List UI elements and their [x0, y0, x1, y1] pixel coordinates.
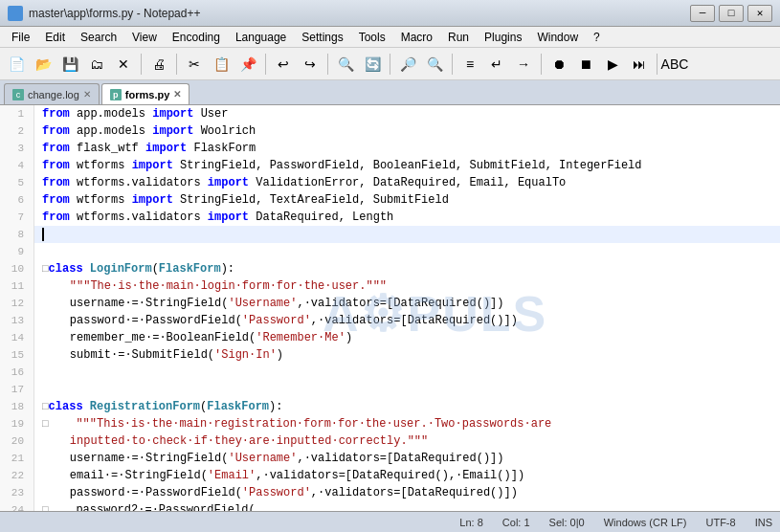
- changelog-tab-close[interactable]: ✕: [83, 89, 91, 100]
- indent-button[interactable]: →: [511, 52, 536, 77]
- code-line-5: from wtforms.validators import Validatio…: [34, 174, 780, 191]
- zoom-out-button[interactable]: 🔍: [422, 52, 447, 77]
- code-line-20: inputted·to·check·if·they·are·inputted·c…: [34, 432, 780, 450]
- menu-settings[interactable]: Settings: [294, 29, 350, 46]
- code-line-1: from app.models import User: [34, 105, 780, 122]
- undo-button[interactable]: ↩: [271, 52, 296, 77]
- changelog-tab-label: change.log: [28, 89, 79, 100]
- code-line-15: submit·=·SubmitField('Sign·In'): [34, 346, 780, 364]
- status-sel: Sel: 0|0: [549, 517, 585, 528]
- code-line-17: [34, 381, 780, 398]
- replace-button[interactable]: 🔄: [360, 52, 385, 77]
- menu-window[interactable]: Window: [529, 29, 586, 46]
- menu-bar: File Edit Search View Encoding Language …: [0, 27, 780, 48]
- changelog-tab-icon: c: [12, 89, 24, 100]
- copy-button[interactable]: 📋: [209, 52, 234, 77]
- menu-file[interactable]: File: [4, 29, 37, 46]
- code-line-16: [34, 364, 780, 381]
- code-line-22: email·=·StringField('Email',·validators=…: [34, 467, 780, 484]
- code-line-7: from wtforms.validators import DataRequi…: [34, 209, 780, 226]
- toolbar: 📄 📂 💾 🗂 ✕ 🖨 ✂ 📋 📌 ↩ ↪ 🔍 🔄 🔎 🔍 ≡ ↵ → ⏺ ⏹ …: [0, 48, 780, 80]
- code-line-23: password·=·PasswordField('Password',·val…: [34, 484, 780, 501]
- title-bar: master\app\forms.py - Notepad++ ─ □ ✕: [0, 0, 780, 27]
- menu-language[interactable]: Language: [228, 29, 294, 46]
- spellcheck-button[interactable]: ABC: [662, 52, 687, 77]
- open-button[interactable]: 📂: [31, 52, 56, 77]
- code-line-12: username·=·StringField('Username',·valid…: [34, 295, 780, 312]
- tab-changelog[interactable]: c change.log ✕: [4, 83, 100, 104]
- code-line-18: □class RegistrationForm(FlaskForm):: [34, 398, 780, 415]
- code-line-19: □ """This·is·the·main·registration·form·…: [34, 415, 780, 432]
- status-mode: INS: [755, 517, 772, 528]
- code-line-3: from flask_wtf import FlaskForm: [34, 140, 780, 157]
- code-line-4: from wtforms import StringField, Passwor…: [34, 157, 780, 174]
- status-bar: Ln: 8 Col: 1 Sel: 0|0 Windows (CR LF) UT…: [0, 511, 780, 532]
- code-line-9: [34, 243, 780, 260]
- formspy-tab-close[interactable]: ✕: [173, 89, 181, 100]
- code-content[interactable]: from app.models import User from app.mod…: [34, 105, 780, 511]
- menu-macro[interactable]: Macro: [393, 29, 440, 46]
- status-eol: Windows (CR LF): [604, 517, 687, 528]
- menu-search[interactable]: Search: [73, 29, 124, 46]
- status-ln: Ln: 8: [459, 517, 482, 528]
- menu-run[interactable]: Run: [440, 29, 477, 46]
- status-encoding: UTF-8: [705, 517, 735, 528]
- code-line-14: remember_me·=·BooleanField('Remember·Me'…: [34, 329, 780, 346]
- code-line-11: """The·is·the·main·login·form·for·the·us…: [34, 277, 780, 295]
- code-line-24: □ password2·=·PasswordField(: [34, 501, 780, 511]
- redo-button[interactable]: ↪: [298, 52, 323, 77]
- menu-edit[interactable]: Edit: [37, 29, 73, 46]
- code-line-8: [34, 226, 780, 243]
- tab-formspy[interactable]: p forms.py ✕: [101, 83, 189, 104]
- macro-record-button[interactable]: ⏺: [546, 52, 571, 77]
- status-col: Col: 1: [502, 517, 530, 528]
- save-all-button[interactable]: 🗂: [84, 52, 109, 77]
- line-numbers: 1 2 3 4 5 6 7 8 9 10 11 12 13 14 15 16 1…: [0, 105, 34, 511]
- code-line-21: username·=·StringField('Username',·valid…: [34, 450, 780, 467]
- sync-scroll-button[interactable]: ≡: [457, 52, 482, 77]
- code-area[interactable]: 1 2 3 4 5 6 7 8 9 10 11 12 13 14 15 16 1…: [0, 105, 780, 511]
- code-line-13: password·=·PasswordField('Password',·val…: [34, 312, 780, 329]
- find-button[interactable]: 🔍: [333, 52, 358, 77]
- menu-help[interactable]: ?: [586, 29, 608, 46]
- formspy-tab-label: forms.py: [125, 89, 169, 100]
- macro-save-button[interactable]: ⏭: [627, 52, 652, 77]
- code-line-10: □class LoginForm(FlaskForm):: [34, 260, 780, 277]
- menu-encoding[interactable]: Encoding: [165, 29, 228, 46]
- window-title: master\app\forms.py - Notepad++: [29, 7, 200, 20]
- cut-button[interactable]: ✂: [182, 52, 207, 77]
- paste-button[interactable]: 📌: [235, 52, 260, 77]
- code-line-6: from wtforms import StringField, TextAre…: [34, 191, 780, 209]
- zoom-in-button[interactable]: 🔎: [395, 52, 420, 77]
- tab-bar: c change.log ✕ p forms.py ✕: [0, 80, 780, 105]
- wrap-button[interactable]: ↵: [484, 52, 509, 77]
- menu-plugins[interactable]: Plugins: [477, 29, 529, 46]
- close-button[interactable]: ✕: [747, 5, 772, 22]
- new-button[interactable]: 📄: [4, 52, 29, 77]
- macro-stop-button[interactable]: ⏹: [573, 52, 598, 77]
- minimize-button[interactable]: ─: [690, 5, 715, 22]
- print-button[interactable]: 🖨: [146, 52, 171, 77]
- close-button-tb[interactable]: ✕: [111, 52, 136, 77]
- code-line-2: from app.models import Woolrich: [34, 122, 780, 140]
- formspy-tab-icon: p: [110, 89, 122, 100]
- macro-play-button[interactable]: ▶: [600, 52, 625, 77]
- menu-view[interactable]: View: [124, 29, 165, 46]
- menu-tools[interactable]: Tools: [351, 29, 393, 46]
- save-button[interactable]: 💾: [57, 52, 82, 77]
- app-icon: [8, 6, 23, 21]
- maximize-button[interactable]: □: [719, 5, 744, 22]
